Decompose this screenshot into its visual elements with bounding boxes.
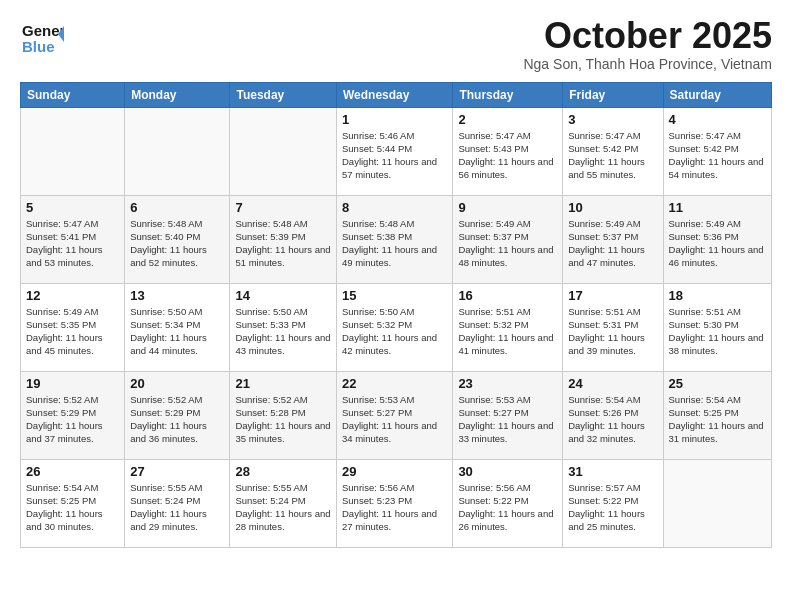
- day-info: Sunrise: 5:50 AM Sunset: 5:32 PM Dayligh…: [342, 305, 447, 358]
- day-number: 5: [26, 200, 119, 215]
- svg-text:Blue: Blue: [22, 38, 55, 55]
- day-info: Sunrise: 5:47 AM Sunset: 5:43 PM Dayligh…: [458, 129, 557, 182]
- calendar-cell: 3Sunrise: 5:47 AM Sunset: 5:42 PM Daylig…: [563, 107, 663, 195]
- calendar-cell: 18Sunrise: 5:51 AM Sunset: 5:30 PM Dayli…: [663, 283, 771, 371]
- page-header: General Blue October 2025 Nga Son, Thanh…: [20, 16, 772, 72]
- day-number: 3: [568, 112, 657, 127]
- day-number: 10: [568, 200, 657, 215]
- day-number: 28: [235, 464, 331, 479]
- calendar-cell: 12Sunrise: 5:49 AM Sunset: 5:35 PM Dayli…: [21, 283, 125, 371]
- calendar-cell: 5Sunrise: 5:47 AM Sunset: 5:41 PM Daylig…: [21, 195, 125, 283]
- day-info: Sunrise: 5:49 AM Sunset: 5:36 PM Dayligh…: [669, 217, 766, 270]
- day-info: Sunrise: 5:51 AM Sunset: 5:30 PM Dayligh…: [669, 305, 766, 358]
- calendar-cell: 17Sunrise: 5:51 AM Sunset: 5:31 PM Dayli…: [563, 283, 663, 371]
- calendar-cell: 16Sunrise: 5:51 AM Sunset: 5:32 PM Dayli…: [453, 283, 563, 371]
- location-subtitle: Nga Son, Thanh Hoa Province, Vietnam: [523, 56, 772, 72]
- calendar-cell: [230, 107, 337, 195]
- weekday-header-tuesday: Tuesday: [230, 82, 337, 107]
- calendar-cell: 14Sunrise: 5:50 AM Sunset: 5:33 PM Dayli…: [230, 283, 337, 371]
- day-number: 2: [458, 112, 557, 127]
- calendar-cell: 29Sunrise: 5:56 AM Sunset: 5:23 PM Dayli…: [336, 459, 452, 547]
- day-info: Sunrise: 5:47 AM Sunset: 5:42 PM Dayligh…: [669, 129, 766, 182]
- day-number: 8: [342, 200, 447, 215]
- day-number: 7: [235, 200, 331, 215]
- month-title: October 2025: [523, 16, 772, 56]
- logo-icon: General Blue: [20, 16, 64, 60]
- day-info: Sunrise: 5:51 AM Sunset: 5:32 PM Dayligh…: [458, 305, 557, 358]
- day-number: 25: [669, 376, 766, 391]
- day-info: Sunrise: 5:56 AM Sunset: 5:22 PM Dayligh…: [458, 481, 557, 534]
- calendar-cell: 27Sunrise: 5:55 AM Sunset: 5:24 PM Dayli…: [125, 459, 230, 547]
- calendar-cell: 26Sunrise: 5:54 AM Sunset: 5:25 PM Dayli…: [21, 459, 125, 547]
- day-number: 19: [26, 376, 119, 391]
- day-info: Sunrise: 5:50 AM Sunset: 5:34 PM Dayligh…: [130, 305, 224, 358]
- day-info: Sunrise: 5:48 AM Sunset: 5:39 PM Dayligh…: [235, 217, 331, 270]
- day-info: Sunrise: 5:53 AM Sunset: 5:27 PM Dayligh…: [458, 393, 557, 446]
- calendar-cell: 13Sunrise: 5:50 AM Sunset: 5:34 PM Dayli…: [125, 283, 230, 371]
- calendar-body: 1Sunrise: 5:46 AM Sunset: 5:44 PM Daylig…: [21, 107, 772, 547]
- calendar-cell: 4Sunrise: 5:47 AM Sunset: 5:42 PM Daylig…: [663, 107, 771, 195]
- calendar-cell: [663, 459, 771, 547]
- calendar-cell: 8Sunrise: 5:48 AM Sunset: 5:38 PM Daylig…: [336, 195, 452, 283]
- calendar-cell: 21Sunrise: 5:52 AM Sunset: 5:28 PM Dayli…: [230, 371, 337, 459]
- weekday-header-saturday: Saturday: [663, 82, 771, 107]
- calendar-cell: 15Sunrise: 5:50 AM Sunset: 5:32 PM Dayli…: [336, 283, 452, 371]
- day-number: 30: [458, 464, 557, 479]
- svg-text:General: General: [22, 22, 64, 39]
- day-info: Sunrise: 5:56 AM Sunset: 5:23 PM Dayligh…: [342, 481, 447, 534]
- day-info: Sunrise: 5:48 AM Sunset: 5:38 PM Dayligh…: [342, 217, 447, 270]
- day-info: Sunrise: 5:47 AM Sunset: 5:42 PM Dayligh…: [568, 129, 657, 182]
- weekday-header-sunday: Sunday: [21, 82, 125, 107]
- day-number: 1: [342, 112, 447, 127]
- day-number: 9: [458, 200, 557, 215]
- calendar-cell: 10Sunrise: 5:49 AM Sunset: 5:37 PM Dayli…: [563, 195, 663, 283]
- day-number: 21: [235, 376, 331, 391]
- calendar-cell: 28Sunrise: 5:55 AM Sunset: 5:24 PM Dayli…: [230, 459, 337, 547]
- day-number: 4: [669, 112, 766, 127]
- calendar-cell: 1Sunrise: 5:46 AM Sunset: 5:44 PM Daylig…: [336, 107, 452, 195]
- day-number: 12: [26, 288, 119, 303]
- day-number: 29: [342, 464, 447, 479]
- calendar-week-3: 12Sunrise: 5:49 AM Sunset: 5:35 PM Dayli…: [21, 283, 772, 371]
- day-number: 14: [235, 288, 331, 303]
- day-info: Sunrise: 5:55 AM Sunset: 5:24 PM Dayligh…: [235, 481, 331, 534]
- day-number: 6: [130, 200, 224, 215]
- day-number: 27: [130, 464, 224, 479]
- day-number: 16: [458, 288, 557, 303]
- day-number: 18: [669, 288, 766, 303]
- calendar-header: SundayMondayTuesdayWednesdayThursdayFrid…: [21, 82, 772, 107]
- title-block: October 2025 Nga Son, Thanh Hoa Province…: [523, 16, 772, 72]
- day-info: Sunrise: 5:51 AM Sunset: 5:31 PM Dayligh…: [568, 305, 657, 358]
- day-info: Sunrise: 5:49 AM Sunset: 5:37 PM Dayligh…: [458, 217, 557, 270]
- calendar-cell: 19Sunrise: 5:52 AM Sunset: 5:29 PM Dayli…: [21, 371, 125, 459]
- calendar-week-2: 5Sunrise: 5:47 AM Sunset: 5:41 PM Daylig…: [21, 195, 772, 283]
- day-info: Sunrise: 5:55 AM Sunset: 5:24 PM Dayligh…: [130, 481, 224, 534]
- calendar-cell: 31Sunrise: 5:57 AM Sunset: 5:22 PM Dayli…: [563, 459, 663, 547]
- calendar-cell: 20Sunrise: 5:52 AM Sunset: 5:29 PM Dayli…: [125, 371, 230, 459]
- day-info: Sunrise: 5:48 AM Sunset: 5:40 PM Dayligh…: [130, 217, 224, 270]
- calendar-table: SundayMondayTuesdayWednesdayThursdayFrid…: [20, 82, 772, 548]
- day-info: Sunrise: 5:54 AM Sunset: 5:25 PM Dayligh…: [669, 393, 766, 446]
- weekday-row: SundayMondayTuesdayWednesdayThursdayFrid…: [21, 82, 772, 107]
- day-info: Sunrise: 5:54 AM Sunset: 5:26 PM Dayligh…: [568, 393, 657, 446]
- day-number: 26: [26, 464, 119, 479]
- weekday-header-monday: Monday: [125, 82, 230, 107]
- day-number: 11: [669, 200, 766, 215]
- calendar-week-1: 1Sunrise: 5:46 AM Sunset: 5:44 PM Daylig…: [21, 107, 772, 195]
- calendar-cell: 25Sunrise: 5:54 AM Sunset: 5:25 PM Dayli…: [663, 371, 771, 459]
- calendar-week-4: 19Sunrise: 5:52 AM Sunset: 5:29 PM Dayli…: [21, 371, 772, 459]
- calendar-cell: 9Sunrise: 5:49 AM Sunset: 5:37 PM Daylig…: [453, 195, 563, 283]
- calendar-cell: [21, 107, 125, 195]
- day-info: Sunrise: 5:54 AM Sunset: 5:25 PM Dayligh…: [26, 481, 119, 534]
- day-number: 23: [458, 376, 557, 391]
- day-info: Sunrise: 5:49 AM Sunset: 5:35 PM Dayligh…: [26, 305, 119, 358]
- day-info: Sunrise: 5:52 AM Sunset: 5:29 PM Dayligh…: [130, 393, 224, 446]
- logo: General Blue: [20, 16, 64, 60]
- weekday-header-thursday: Thursday: [453, 82, 563, 107]
- calendar-week-5: 26Sunrise: 5:54 AM Sunset: 5:25 PM Dayli…: [21, 459, 772, 547]
- calendar-cell: 7Sunrise: 5:48 AM Sunset: 5:39 PM Daylig…: [230, 195, 337, 283]
- day-info: Sunrise: 5:50 AM Sunset: 5:33 PM Dayligh…: [235, 305, 331, 358]
- weekday-header-friday: Friday: [563, 82, 663, 107]
- day-info: Sunrise: 5:46 AM Sunset: 5:44 PM Dayligh…: [342, 129, 447, 182]
- day-number: 13: [130, 288, 224, 303]
